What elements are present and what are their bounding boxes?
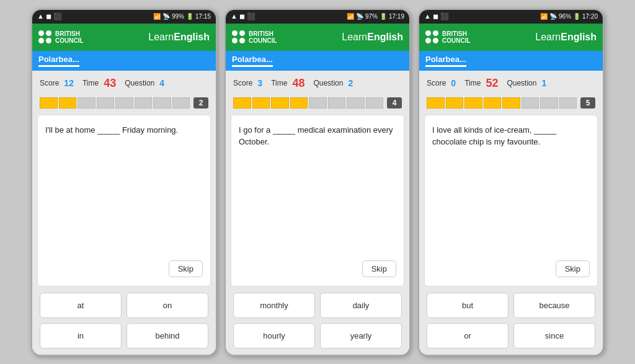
progress-section: 4 xyxy=(231,96,404,110)
skip-button[interactable]: Skip xyxy=(169,260,203,277)
answer-grid: monthly daily hourly yearly xyxy=(231,291,404,350)
progress-number: 2 xyxy=(193,97,208,109)
status-left: ▲ ◼ ⬛ xyxy=(424,12,449,20)
notification-icons: ▲ ◼ ⬛ xyxy=(231,12,255,20)
answer-btn-4[interactable]: behind xyxy=(127,323,208,348)
question-text: I go for a _____ medical examination eve… xyxy=(239,124,396,255)
battery-level: 97% xyxy=(365,13,378,20)
answer-btn-1[interactable]: at xyxy=(40,293,122,318)
active-tab[interactable]: Polarbea... xyxy=(425,55,466,67)
status-right: 📶 📡 99% 🔋 17:15 xyxy=(153,13,211,20)
logo-dot-1 xyxy=(232,30,238,36)
logo-dot-1 xyxy=(38,30,44,36)
progress-seg-3 xyxy=(271,97,289,109)
progress-seg-2 xyxy=(446,97,464,109)
answer-btn-4[interactable]: since xyxy=(513,323,595,348)
learn-english-brand: LearnEnglish xyxy=(535,32,597,43)
time-value: 48 xyxy=(292,77,304,90)
progress-seg-1 xyxy=(40,97,58,109)
question-card: I go for a _____ medical examination eve… xyxy=(231,115,404,286)
logo-dot-2 xyxy=(239,30,245,36)
question-value: 4 xyxy=(159,78,164,88)
answer-btn-3[interactable]: hourly xyxy=(233,323,315,348)
progress-seg-5 xyxy=(309,97,327,109)
score-bar: Score 3 Time 48 Question 2 xyxy=(231,76,404,91)
british-council-logo: BRITISH COUNCIL xyxy=(425,30,471,44)
logo-dots xyxy=(232,30,246,44)
progress-seg-3 xyxy=(78,97,95,109)
progress-seg-7 xyxy=(540,97,558,109)
active-tab[interactable]: Polarbea... xyxy=(38,55,79,67)
status-left: ▲ ◼ ⬛ xyxy=(37,12,62,20)
score-value: 0 xyxy=(451,78,456,88)
clock: 17:20 xyxy=(582,13,598,20)
progress-seg-1 xyxy=(233,97,251,109)
tab-bar: Polarbea... xyxy=(32,51,216,71)
signal-icon: 📶 xyxy=(540,13,548,20)
question-value: 2 xyxy=(348,78,353,88)
skip-button[interactable]: Skip xyxy=(362,260,396,277)
wifi-icon: 📡 xyxy=(549,13,557,20)
status-bar: ▲ ◼ ⬛ 📶 📡 99% 🔋 17:15 xyxy=(32,10,216,24)
answer-btn-2[interactable]: daily xyxy=(320,293,402,318)
answer-btn-2[interactable]: on xyxy=(127,293,208,318)
progress-seg-2 xyxy=(59,97,77,109)
progress-section: 5 xyxy=(424,96,598,110)
logo-dot-2 xyxy=(433,30,438,36)
notification-icons: ▲ ◼ ⬛ xyxy=(424,12,449,20)
answer-btn-4[interactable]: yearly xyxy=(320,323,402,348)
logo-dots xyxy=(38,30,52,44)
status-bar: ▲ ◼ ⬛ 📶 📡 97% 🔋 17:19 xyxy=(226,10,409,24)
learn-english-brand: LearnEnglish xyxy=(148,32,210,43)
battery-level: 96% xyxy=(559,13,571,20)
battery-level: 99% xyxy=(172,13,184,20)
status-left: ▲ ◼ ⬛ xyxy=(231,12,255,20)
logo-dot-3 xyxy=(38,38,44,43)
question-text: I love all kinds of ice-cream, _____ cho… xyxy=(432,124,590,255)
clock: 17:19 xyxy=(389,13,404,20)
score-label: Score xyxy=(233,79,252,87)
game-area: Score 3 Time 48 Question 2 xyxy=(226,71,409,355)
game-area: Score 0 Time 52 Question 1 xyxy=(419,71,603,355)
battery-icon: 🔋 xyxy=(186,13,193,20)
progress-seg-6 xyxy=(135,97,153,109)
active-tab[interactable]: Polarbea... xyxy=(232,55,273,67)
clock: 17:15 xyxy=(195,13,211,20)
signal-icon: 📶 xyxy=(347,13,354,20)
score-value: 3 xyxy=(257,78,262,88)
score-label: Score xyxy=(427,79,446,87)
phones-container: ▲ ◼ ⬛ 📶 📡 99% 🔋 17:15 xyxy=(31,9,604,356)
logo-dot-3 xyxy=(425,38,431,43)
skip-button[interactable]: Skip xyxy=(556,260,590,277)
signal-icon: 📶 xyxy=(153,13,161,20)
logo-text: BRITISH COUNCIL xyxy=(442,30,471,44)
progress-seg-7 xyxy=(153,97,171,109)
tab-bar: Polarbea... xyxy=(226,51,409,71)
score-label: Score xyxy=(40,79,59,87)
game-area: Score 12 Time 43 Question 4 xyxy=(32,71,216,355)
progress-section: 2 xyxy=(37,96,211,110)
tab-bar: Polarbea... xyxy=(419,51,603,71)
progress-seg-4 xyxy=(484,97,502,109)
progress-seg-1 xyxy=(427,97,445,109)
answer-btn-3[interactable]: or xyxy=(427,323,508,348)
wifi-icon: 📡 xyxy=(162,13,170,20)
question-value: 1 xyxy=(541,78,546,88)
logo-dot-4 xyxy=(46,38,51,43)
notification-icons: ▲ ◼ ⬛ xyxy=(37,12,62,20)
time-value: 52 xyxy=(486,77,498,90)
progress-number: 4 xyxy=(387,97,402,109)
time-label: Time xyxy=(82,79,99,87)
logo-dot-4 xyxy=(239,38,245,43)
progress-seg-2 xyxy=(252,97,270,109)
answer-btn-1[interactable]: monthly xyxy=(233,293,315,318)
progress-seg-6 xyxy=(328,97,346,109)
answer-btn-1[interactable]: but xyxy=(427,293,508,318)
answer-btn-2[interactable]: because xyxy=(513,293,595,318)
phone-3: ▲ ◼ ⬛ 📶 📡 96% 🔋 17:20 xyxy=(418,9,604,356)
question-card: I love all kinds of ice-cream, _____ cho… xyxy=(424,115,598,286)
progress-bar xyxy=(40,97,190,109)
answer-btn-3[interactable]: in xyxy=(40,323,122,348)
progress-bar xyxy=(233,97,383,109)
wifi-icon: 📡 xyxy=(356,13,363,20)
